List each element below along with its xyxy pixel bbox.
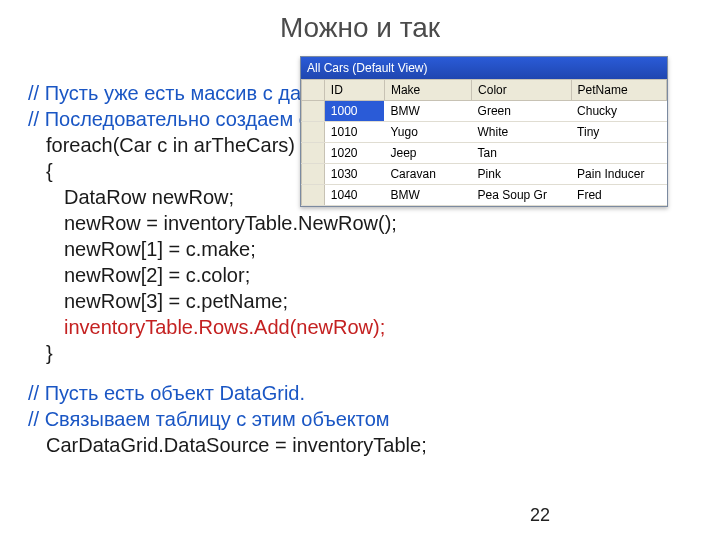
code-line-highlight: inventoryTable.Rows.Add(newRow); xyxy=(28,314,601,340)
row-selector[interactable] xyxy=(302,143,325,164)
code-comment: // Связываем таблицу c этим объектом xyxy=(28,406,601,432)
cell-petname[interactable]: Pain Inducer xyxy=(571,164,666,185)
cell-make[interactable]: BMW xyxy=(384,185,471,206)
code-line: CarDataGrid.DataSource = inventoryTable; xyxy=(28,432,601,458)
window-title: All Cars (Default View) xyxy=(307,61,427,75)
code-line: newRow[3] = c.petName; xyxy=(28,288,601,314)
cell-make[interactable]: Jeep xyxy=(384,143,471,164)
cell-id[interactable]: 1020 xyxy=(324,143,384,164)
cell-color[interactable]: Green xyxy=(472,101,572,122)
datagrid-window: All Cars (Default View) ID Make Color Pe… xyxy=(300,56,668,207)
table-row[interactable]: 1030 Caravan Pink Pain Inducer xyxy=(302,164,667,185)
cell-color[interactable]: Pink xyxy=(472,164,572,185)
table-row[interactable]: 1040 BMW Pea Soup Gr Fred xyxy=(302,185,667,206)
cell-id[interactable]: 1040 xyxy=(324,185,384,206)
cell-color[interactable]: Pea Soup Gr xyxy=(472,185,572,206)
cell-petname[interactable]: Fred xyxy=(571,185,666,206)
window-titlebar[interactable]: All Cars (Default View) xyxy=(301,57,667,79)
row-selector[interactable] xyxy=(302,101,325,122)
row-selector[interactable] xyxy=(302,164,325,185)
slide-title: Можно и так xyxy=(0,0,720,44)
header-corner xyxy=(302,80,325,101)
cell-id[interactable]: 1000 xyxy=(324,101,384,122)
row-selector[interactable] xyxy=(302,185,325,206)
table-row[interactable]: 1010 Yugo White Tiny xyxy=(302,122,667,143)
page-number: 22 xyxy=(530,505,550,526)
code-line: newRow[2] = c.color; xyxy=(28,262,601,288)
code-line: newRow[1] = c.make; xyxy=(28,236,601,262)
cell-petname[interactable]: Tiny xyxy=(571,122,666,143)
cell-color[interactable]: White xyxy=(472,122,572,143)
column-header-color[interactable]: Color xyxy=(472,80,572,101)
cell-petname[interactable] xyxy=(571,143,666,164)
row-selector[interactable] xyxy=(302,122,325,143)
cell-make[interactable]: Yugo xyxy=(384,122,471,143)
column-header-petname[interactable]: PetName xyxy=(571,80,666,101)
cell-make[interactable]: BMW xyxy=(384,101,471,122)
cell-petname[interactable]: Chucky xyxy=(571,101,666,122)
table-row[interactable]: 1020 Jeep Tan xyxy=(302,143,667,164)
cell-id[interactable]: 1010 xyxy=(324,122,384,143)
table-header-row: ID Make Color PetName xyxy=(302,80,667,101)
cell-make[interactable]: Caravan xyxy=(384,164,471,185)
code-line: newRow = inventoryTable.NewRow(); xyxy=(28,210,601,236)
code-line: } xyxy=(28,340,601,366)
code-comment: // Пусть есть объект DataGrid. xyxy=(28,380,601,406)
cell-id[interactable]: 1030 xyxy=(324,164,384,185)
column-header-id[interactable]: ID xyxy=(324,80,384,101)
table-row[interactable]: 1000 BMW Green Chucky xyxy=(302,101,667,122)
data-grid[interactable]: ID Make Color PetName 1000 BMW Green Chu… xyxy=(301,79,667,206)
column-header-make[interactable]: Make xyxy=(384,80,471,101)
cell-color[interactable]: Tan xyxy=(472,143,572,164)
